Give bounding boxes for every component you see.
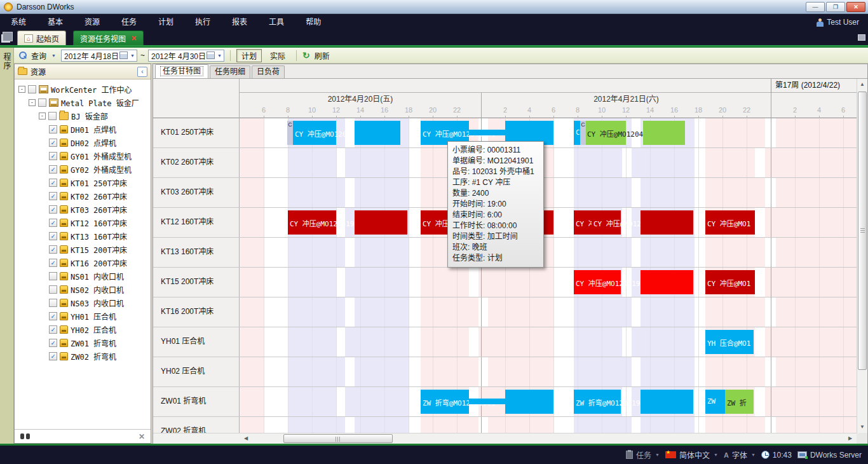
task-bar[interactable]: ZW 折弯@MO12041901 — [421, 390, 469, 414]
collapsed-side-panel[interactable]: 程序 — [0, 48, 14, 444]
gantt-row-chart[interactable] — [240, 178, 857, 207]
minimize-button[interactable]: — — [806, 2, 825, 12]
checkbox[interactable]: ✓ — [49, 139, 57, 147]
checkbox[interactable]: ✓ — [49, 339, 57, 347]
tree-item[interactable]: ✓DH02 点焊机 — [15, 136, 151, 149]
tree-expander-icon[interactable]: - — [29, 99, 36, 106]
checkbox[interactable]: ✓ — [49, 352, 57, 360]
gantt-row-chart[interactable] — [240, 148, 857, 177]
task-bar[interactable] — [469, 130, 505, 135]
gantt-row-chart[interactable]: ZW 折弯@MO12041901ZW 折弯@MO12041901ZWZW 折 — [240, 387, 857, 416]
gantt-row-chart[interactable] — [240, 238, 857, 267]
scroll-up-icon[interactable]: ▲ — [857, 79, 867, 90]
task-bar[interactable]: CY 冲 — [574, 210, 592, 235]
task-bar[interactable] — [641, 390, 693, 414]
tree-expander-icon[interactable]: - — [18, 86, 25, 93]
date-from-field[interactable]: 2012年 4月18日 ▼ — [61, 50, 137, 62]
find-icon[interactable] — [20, 433, 30, 439]
tree-item[interactable]: ✓YH01 压合机 — [15, 310, 151, 323]
date-from-caret-icon[interactable]: ▼ — [130, 53, 135, 58]
tree-item[interactable]: ✓KT15 200T冲床 — [15, 243, 151, 256]
scroll-right-icon[interactable]: ▶ — [845, 433, 855, 444]
horizontal-scroll-thumb[interactable] — [283, 434, 393, 443]
tab-home-page[interactable]: ⌂ 起始页 — [17, 31, 66, 45]
gantt-row-chart[interactable]: CY 冲压@MO12041901CCY 冲压@MO12041901CCY 冲压@… — [240, 118, 857, 147]
task-bar[interactable]: CY 冲压@MO12041904 — [288, 210, 336, 235]
tab-daily-load[interactable]: 日负荷 — [252, 65, 285, 78]
task-bar[interactable]: CY 冲压@MO12041902 — [585, 121, 626, 145]
menu-item[interactable]: 工具 — [258, 14, 295, 31]
task-bar[interactable] — [641, 210, 693, 235]
tree-item[interactable]: -BJ 钣金部 — [15, 109, 151, 123]
gantt-row-chart[interactable]: CY 冲压@MO12041903CY 冲压@MO1 — [240, 268, 857, 297]
checkbox[interactable] — [38, 99, 46, 107]
checkbox[interactable]: ✓ — [49, 125, 57, 133]
tree-item[interactable]: ✓GY01 外桶成型机 — [15, 149, 151, 163]
status-tasks[interactable]: 任务 ▼ — [626, 449, 660, 460]
checkbox[interactable] — [49, 285, 57, 294]
checkbox[interactable]: ✓ — [49, 179, 57, 187]
tab-task-gantt[interactable]: 任务甘特图 — [155, 64, 208, 78]
tree-item[interactable]: -Metal Plate 钣金厂 — [15, 96, 151, 109]
task-bar[interactable] — [355, 121, 400, 145]
vertical-scrollbar[interactable]: ▲ ▼ — [857, 79, 867, 433]
vertical-scroll-thumb[interactable] — [858, 92, 867, 370]
checkbox[interactable] — [48, 112, 57, 120]
task-bar[interactable]: ZW 折弯@MO12041901 — [574, 390, 621, 414]
checkbox[interactable] — [28, 85, 36, 93]
checkbox[interactable]: ✓ — [49, 312, 57, 320]
checkbox[interactable]: ✓ — [49, 165, 57, 174]
plan-toggle-button[interactable]: 计划 — [236, 49, 262, 62]
task-bar[interactable]: CY 冲压@MO1 — [705, 210, 755, 235]
status-language[interactable]: 简体中文 ▼ — [665, 449, 718, 460]
tree-item[interactable]: ✓KT13 160T冲床 — [15, 229, 151, 243]
tree-item[interactable]: ✓ZW01 折弯机 — [15, 336, 151, 350]
checkbox[interactable]: ✓ — [49, 152, 57, 160]
calendar-icon[interactable] — [207, 51, 215, 59]
task-bar[interactable] — [643, 121, 685, 145]
tab-close-icon[interactable]: ✕ — [131, 34, 137, 43]
task-bar[interactable]: CY 冲压@MO12041903 — [574, 270, 621, 294]
query-button[interactable]: 查询 — [31, 50, 46, 61]
tree-item[interactable]: ✓YH02 压合机 — [15, 323, 151, 336]
tree-item[interactable]: ✓KT01 250T冲床 — [15, 176, 151, 189]
tree-item[interactable]: NS01 内收口机 — [15, 270, 151, 283]
refresh-button[interactable]: 刷新 — [315, 50, 330, 61]
tab-resource-task-view[interactable]: 资源任务视图 ✕ — [73, 31, 144, 45]
tree-item[interactable]: ✓KT12 160T冲床 — [15, 216, 151, 229]
tree-item[interactable]: ✓KT16 200T冲床 — [15, 256, 151, 270]
menu-item[interactable]: 系统 — [0, 14, 37, 31]
scroll-down-icon[interactable]: ▼ — [857, 422, 867, 432]
scroll-left-icon[interactable]: ◀ — [241, 433, 251, 444]
task-bar[interactable]: YH 压合@MO1 — [705, 330, 754, 354]
task-bar[interactable] — [355, 210, 407, 235]
tab-task-detail[interactable]: 任务明细 — [210, 65, 250, 78]
checkbox[interactable]: ✓ — [49, 205, 57, 214]
tree-item[interactable]: ✓ZW02 折弯机 — [15, 350, 151, 363]
checkbox[interactable] — [49, 299, 57, 307]
checkbox[interactable]: ✓ — [49, 192, 57, 200]
checkbox[interactable]: ✓ — [49, 232, 57, 240]
tree-item[interactable]: NS03 内收口机 — [15, 296, 151, 310]
gantt-row-chart[interactable] — [240, 297, 857, 327]
task-bar[interactable]: C — [574, 121, 580, 145]
actual-toggle-button[interactable]: 实际 — [265, 49, 290, 62]
task-bar[interactable] — [469, 399, 505, 404]
date-to-caret-icon[interactable]: ▼ — [217, 53, 222, 58]
refresh-icon[interactable]: ↻ — [302, 50, 310, 60]
task-bar[interactable]: ZW 折 — [725, 390, 754, 414]
checkbox[interactable]: ✓ — [49, 259, 57, 267]
calendar-icon[interactable] — [119, 51, 128, 59]
menu-item[interactable]: 基本 — [37, 14, 74, 31]
horizontal-scrollbar[interactable]: ◀ ▶ — [153, 433, 857, 444]
gantt-row-chart[interactable] — [240, 417, 857, 433]
checkbox[interactable]: ✓ — [49, 245, 57, 254]
menu-item[interactable]: 任务 — [111, 14, 147, 31]
tree-expander-icon[interactable]: - — [39, 113, 46, 119]
gantt-row-chart[interactable] — [240, 357, 857, 386]
checkbox[interactable]: ✓ — [49, 325, 57, 334]
tree-item[interactable]: ✓KT02 260T冲床 — [15, 189, 151, 203]
checkbox[interactable]: ✓ — [49, 219, 57, 227]
tree-item[interactable]: ✓DH01 点焊机 — [15, 123, 151, 136]
task-bar[interactable] — [505, 390, 553, 414]
